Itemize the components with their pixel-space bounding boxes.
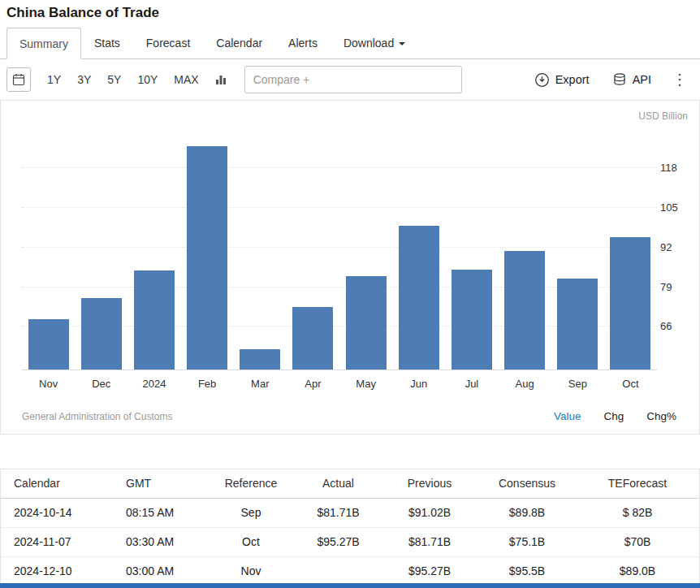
chart-source: General Administration of Customs (22, 411, 172, 422)
range-3y-button[interactable]: 3Y (69, 68, 99, 91)
bar-slot (499, 132, 551, 370)
bar-slot (339, 132, 392, 370)
range-max-button[interactable]: MAX (166, 68, 206, 91)
bar-jul (452, 270, 492, 370)
cell-calendar: 2024-12-10 (1, 556, 115, 586)
chart-view-switch: ValueChgChg% (554, 410, 676, 422)
range-1y-button[interactable]: 1Y (39, 68, 69, 91)
x-tick-label: 2024 (127, 378, 180, 390)
y-tick-label: 118 (660, 162, 691, 174)
cell-previous: $91.02B (381, 498, 478, 527)
tab-calendar[interactable]: Calendar (203, 27, 275, 58)
x-tick-label: Aug (499, 378, 551, 390)
bar-slot (445, 132, 498, 370)
date-range-button[interactable] (6, 67, 31, 92)
x-tick-label: Jul (445, 378, 498, 390)
bar-slot (75, 132, 127, 370)
bar-nov (28, 319, 69, 370)
tab-alerts[interactable]: Alerts (275, 27, 331, 58)
cell-reference: Sep (206, 498, 296, 527)
export-label: Export (555, 73, 590, 86)
x-tick-label: Nov (22, 378, 75, 390)
column-header-reference: Reference (206, 469, 296, 498)
view-chg-link[interactable]: Chg (603, 410, 624, 422)
x-axis: NovDec2024FebMarAprMayJunJulAugSepOct (22, 378, 657, 390)
bar-mar (240, 349, 280, 370)
caret-down-icon (399, 42, 405, 49)
range-10y-button[interactable]: 10Y (129, 68, 166, 91)
cell-previous: $81.71B (381, 527, 478, 556)
bar-feb (187, 146, 227, 370)
page-title: China Balance of Trade (0, 0, 700, 24)
column-header-consensus: Consensus (478, 469, 576, 498)
chart-card: USD Billion NovDec2024FebMarAprMayJunJul… (0, 100, 700, 435)
toolbar-right: Export API ⋮ (526, 67, 694, 93)
bar-slot (181, 132, 234, 370)
cell-previous: $95.27B (381, 556, 478, 586)
cell-gmt: 08:15 AM (115, 498, 206, 527)
plot-area (22, 132, 657, 370)
cell-actual: $81.71B (296, 498, 381, 527)
x-tick-label: Oct (604, 378, 657, 390)
cell-reference: Oct (206, 527, 296, 556)
range-5y-button[interactable]: 5Y (99, 68, 129, 91)
cell-consensus: $95.5B (478, 556, 576, 586)
chart-type-button[interactable] (209, 67, 233, 92)
bar-oct (610, 237, 650, 370)
column-header-gmt: GMT (115, 469, 206, 498)
cell-gmt: 03:30 AM (115, 527, 206, 556)
x-tick-label: Jun (392, 378, 445, 390)
bar-jun (399, 226, 439, 370)
cell-teforecast: $89.0B (576, 556, 699, 586)
bar-slot (604, 132, 657, 370)
calendar-icon (12, 73, 25, 86)
column-header-calendar: Calendar (1, 469, 115, 498)
view-value-link[interactable]: Value (554, 410, 581, 422)
bar-slot (392, 132, 445, 370)
x-tick-label: Feb (181, 378, 234, 390)
export-button[interactable]: Export (526, 67, 598, 93)
api-button[interactable]: API (604, 67, 659, 92)
tab-summary[interactable]: Summary (6, 28, 81, 59)
y-tick-label: 105 (660, 201, 691, 214)
bar-slot (551, 132, 604, 370)
x-tick-label: Mar (234, 378, 287, 390)
bar-slot (22, 132, 75, 370)
x-tick-label: Sep (551, 378, 604, 390)
x-tick-label: Dec (75, 378, 127, 390)
cell-teforecast: $ 82B (576, 498, 699, 527)
table-body: 2024-10-1408:15 AMSep$81.71B$91.02B$89.8… (1, 498, 699, 586)
y-tick-label: 79 (660, 281, 691, 293)
compare-input[interactable] (244, 66, 462, 93)
tab-download[interactable]: Download (331, 27, 418, 58)
calendar-table-card: CalendarGMTReferenceActualPreviousConsen… (0, 469, 700, 586)
table-row[interactable]: 2024-12-1003:00 AMNov$95.27B$95.5B$89.0B (1, 556, 699, 586)
api-database-icon (612, 72, 627, 87)
cell-calendar: 2024-11-07 (1, 527, 115, 556)
bar-sep (557, 279, 598, 370)
cell-teforecast: $70B (576, 527, 699, 556)
bar-chart-icon (214, 73, 227, 86)
table-row[interactable]: 2024-11-0703:30 AMOct$95.27B$81.71B$75.1… (1, 527, 699, 556)
x-tick-label: Apr (287, 378, 339, 390)
cell-actual (296, 556, 381, 586)
bar-apr (292, 307, 333, 370)
bar-may (346, 276, 387, 370)
cell-calendar: 2024-10-14 (1, 498, 115, 527)
column-header-previous: Previous (381, 469, 478, 498)
more-options-button[interactable]: ⋮ (666, 71, 694, 89)
table-row[interactable]: 2024-10-1408:15 AMSep$81.71B$91.02B$89.8… (1, 498, 699, 527)
cell-actual: $95.27B (296, 527, 381, 556)
tab-stats[interactable]: Stats (81, 27, 133, 58)
column-header-actual: Actual (296, 469, 381, 498)
cell-reference: Nov (206, 556, 296, 586)
table-header-row: CalendarGMTReferenceActualPreviousConsen… (1, 469, 699, 498)
bar-slot (234, 132, 287, 370)
tab-forecast[interactable]: Forecast (133, 27, 203, 58)
view-chgpct-link[interactable]: Chg% (646, 410, 676, 422)
cell-consensus: $75.1B (478, 527, 576, 556)
bar-dec (81, 298, 122, 370)
chart-footer: General Administration of Customs ValueC… (22, 410, 676, 422)
bar-aug (504, 251, 545, 370)
bottom-panel-edge (0, 583, 700, 588)
